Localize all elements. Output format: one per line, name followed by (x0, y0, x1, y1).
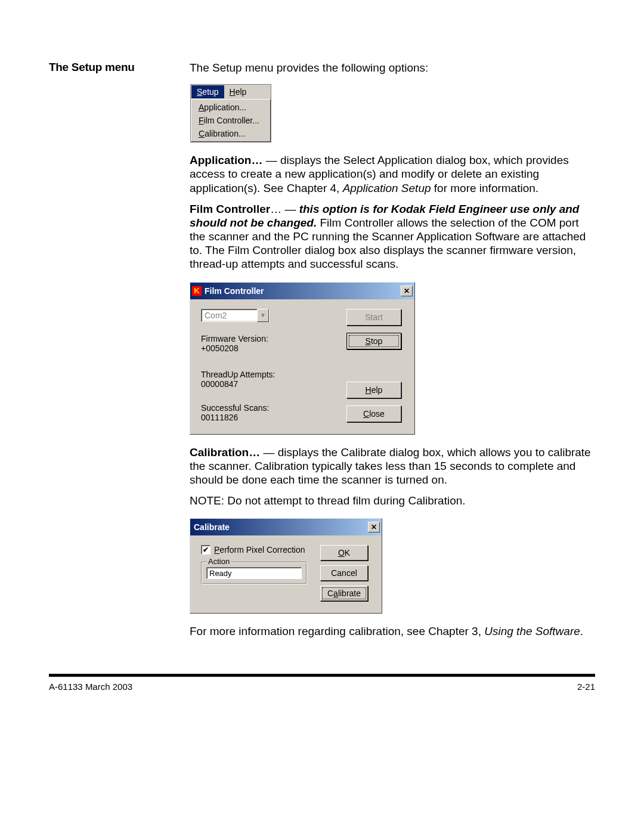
application-paragraph: Application… — displays the Select Appli… (190, 153, 595, 195)
stop-button[interactable]: Stop (346, 333, 401, 349)
pixel-correction-checkbox[interactable]: ✔ (201, 545, 210, 555)
scans-value: 00111826 (201, 413, 344, 422)
threadup-value: 00000847 (201, 379, 344, 389)
menu-item-film-controller[interactable]: Film Controller... (193, 114, 269, 127)
film-controller-dialog: K Film Controller ✕ Com2 ▼ Firmware Vers… (190, 282, 415, 435)
help-button[interactable]: Help (346, 382, 401, 398)
menu-popup: Application... Film Controller... Calibr… (191, 99, 271, 142)
close-icon[interactable]: ✕ (368, 522, 380, 532)
scans-label: Successful Scans: (201, 403, 344, 413)
menu-item-calibration[interactable]: Calibration... (193, 127, 269, 140)
document-page: The Setup menu The Setup menu provides t… (0, 0, 644, 833)
more-info-paragraph: For more information regarding calibrati… (190, 624, 595, 638)
page-footer: A-61133 March 2003 2-21 (49, 677, 595, 692)
ok-button[interactable]: OK (320, 545, 368, 561)
footer-pagenum: 2-21 (577, 682, 595, 692)
action-legend: Action (206, 557, 231, 566)
dialog-title: Calibrate (192, 522, 368, 532)
calibrate-button[interactable]: Calibrate (320, 586, 368, 601)
threadup-label: ThreadUp Attempts: (201, 370, 344, 379)
dialog-titlebar: Calibrate ✕ (190, 519, 382, 535)
close-button[interactable]: Close (346, 405, 401, 422)
footer-docid: A-61133 March 2003 (49, 682, 132, 692)
film-controller-paragraph: Film Controller… — this option is for Ko… (190, 202, 595, 271)
calibration-paragraph: Calibration… — displays the Calibrate di… (190, 445, 595, 487)
start-button[interactable]: Start (346, 309, 401, 326)
pixel-correction-label: Perform Pixel Correction (214, 545, 305, 555)
menu-bar-setup[interactable]: Setup (191, 85, 224, 98)
com-port-value: Com2 (205, 311, 227, 320)
section-heading: The Setup menu (49, 61, 190, 74)
intro-paragraph: The Setup menu provides the following op… (190, 61, 595, 75)
chevron-down-icon[interactable]: ▼ (257, 309, 269, 322)
action-fieldset: Action Ready (201, 562, 307, 584)
setup-menu-screenshot: Setup Help Application... Film Controlle… (190, 84, 271, 143)
cancel-button[interactable]: Cancel (320, 565, 368, 581)
dialog-titlebar: K Film Controller ✕ (190, 283, 414, 299)
menu-bar-help[interactable]: Help (224, 85, 252, 98)
close-icon[interactable]: ✕ (401, 286, 413, 296)
menu-item-application[interactable]: Application... (193, 101, 269, 114)
calibration-note: NOTE: Do not attempt to thread film duri… (190, 494, 595, 507)
com-port-combo[interactable]: Com2 ▼ (201, 309, 270, 322)
kodak-icon: K (192, 286, 202, 296)
calibrate-dialog: Calibrate ✕ ✔ Perform Pixel Correction A… (190, 518, 382, 614)
firmware-label: Firmware Version: (201, 334, 344, 343)
dialog-title: Film Controller (205, 286, 401, 296)
firmware-value: +0050208 (201, 343, 344, 353)
action-input[interactable]: Ready (206, 567, 302, 579)
